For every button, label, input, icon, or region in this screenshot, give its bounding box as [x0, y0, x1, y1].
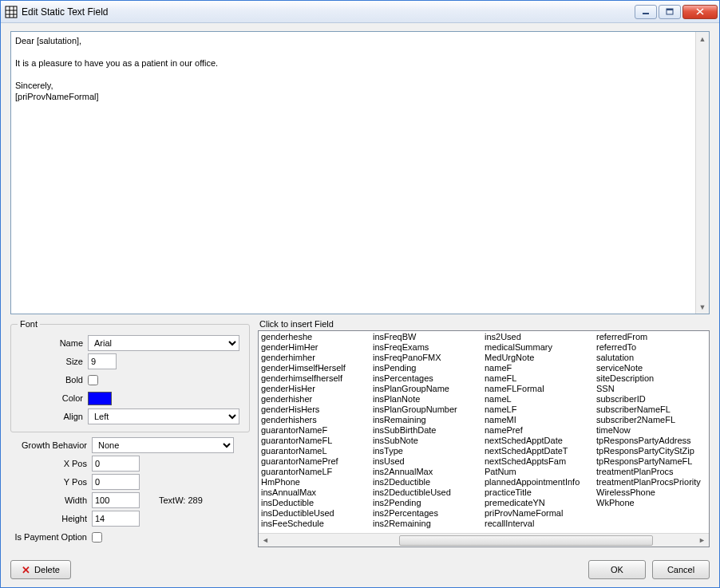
field-item[interactable]: ins2Remaining [372, 519, 484, 529]
field-item[interactable]: nextSchedApptDateT [484, 446, 595, 456]
field-item[interactable]: treatmentPlanProcsPriority [595, 477, 707, 487]
field-item[interactable]: namePref [484, 425, 595, 436]
cancel-button[interactable]: Cancel [652, 560, 710, 579]
field-item[interactable]: nameFLFormal [484, 384, 595, 394]
field-item[interactable]: subscriberNameFL [595, 404, 707, 415]
field-item[interactable]: insType [372, 446, 484, 456]
font-bold-checkbox[interactable] [88, 375, 98, 385]
static-text-input[interactable] [11, 32, 695, 314]
field-item[interactable]: genderHimHer [260, 342, 372, 353]
field-list-scrollbar[interactable]: ◄ ► [259, 533, 709, 547]
field-item[interactable]: genderHimselfHerself [260, 363, 372, 373]
field-item[interactable]: ins2AnnualMax [372, 467, 484, 477]
field-item[interactable]: nextSchedApptsFam [484, 456, 595, 467]
field-item[interactable]: premedicateYN [484, 498, 595, 508]
field-item[interactable]: insFreqPanoFMX [372, 353, 484, 363]
delete-button[interactable]: ✕ Delete [10, 560, 71, 579]
field-item[interactable]: WkPhone [595, 498, 707, 508]
field-item[interactable]: genderHisHer [260, 384, 372, 394]
scroll-right-icon[interactable]: ► [695, 534, 709, 547]
field-item[interactable]: insPercentages [372, 373, 484, 384]
field-item[interactable]: tpResponsPartyNameFL [595, 456, 707, 467]
scroll-down-icon[interactable]: ▼ [696, 300, 709, 314]
field-item[interactable]: nameMI [484, 415, 595, 425]
close-button[interactable] [682, 5, 718, 19]
field-item[interactable]: insUsed [372, 456, 484, 467]
field-item[interactable]: insFreqExams [372, 342, 484, 353]
field-item[interactable]: genderhimher [260, 353, 372, 363]
field-item[interactable]: priProvNameFormal [484, 508, 595, 519]
field-item[interactable]: ins2Used [484, 332, 595, 342]
field-item[interactable]: serviceNote [595, 363, 707, 373]
height-input[interactable] [92, 511, 140, 527]
payment-checkbox[interactable] [92, 532, 102, 543]
field-item[interactable]: nameLF [484, 404, 595, 415]
font-align-select[interactable]: Left [88, 408, 239, 424]
maximize-button[interactable] [659, 5, 681, 19]
ok-button[interactable]: OK [588, 560, 646, 579]
field-item[interactable]: tpResponsPartyCityStZip [595, 446, 707, 456]
field-item[interactable]: insPending [372, 363, 484, 373]
field-item[interactable]: referredTo [595, 342, 707, 353]
field-item[interactable]: insDeductible [260, 498, 372, 508]
field-item[interactable]: insPlanGroupNumber [372, 404, 484, 415]
width-input[interactable] [92, 492, 140, 508]
growth-select[interactable]: None [92, 437, 234, 453]
field-item[interactable]: genderhishers [260, 415, 372, 425]
field-item[interactable]: guarantorNamePref [260, 456, 372, 467]
scroll-up-icon[interactable]: ▲ [696, 32, 709, 45]
field-item[interactable]: timeNow [595, 425, 707, 436]
scroll-track[interactable] [272, 534, 695, 547]
field-item[interactable]: ins2Percentages [372, 508, 484, 519]
field-item[interactable]: insPlanGroupName [372, 384, 484, 394]
field-item[interactable]: insSubNote [372, 436, 484, 446]
field-item[interactable]: ins2DeductibleUsed [372, 487, 484, 498]
field-item[interactable]: siteDescription [595, 373, 707, 384]
field-item[interactable]: practiceTitle [484, 487, 595, 498]
font-color-swatch[interactable] [88, 392, 112, 405]
field-item[interactable]: guarantorNameFL [260, 436, 372, 446]
field-item[interactable]: genderhimselfherself [260, 373, 372, 384]
field-item[interactable]: HmPhone [260, 477, 372, 487]
field-item[interactable]: subscriberID [595, 394, 707, 404]
textarea-scrollbar[interactable]: ▲ ▼ [695, 32, 709, 314]
field-item[interactable]: genderheshe [260, 332, 372, 342]
field-item[interactable]: medicalSummary [484, 342, 595, 353]
field-item[interactable]: PatNum [484, 467, 595, 477]
field-item[interactable]: nextSchedApptDate [484, 436, 595, 446]
field-item[interactable]: guarantorNameF [260, 425, 372, 436]
xpos-input[interactable] [92, 456, 140, 472]
field-item[interactable]: referredFrom [595, 332, 707, 342]
field-item[interactable]: ins2Pending [372, 498, 484, 508]
field-item[interactable]: plannedAppointmentInfo [484, 477, 595, 487]
field-item[interactable]: insRemaining [372, 415, 484, 425]
field-list[interactable]: genderheshegenderHimHergenderhimhergende… [259, 331, 709, 533]
field-item[interactable]: SSN [595, 384, 707, 394]
field-item[interactable]: recallInterval [484, 519, 595, 529]
field-item[interactable]: tpResponsPartyAddress [595, 436, 707, 446]
field-item[interactable]: insPlanNote [372, 394, 484, 404]
minimize-button[interactable] [635, 5, 657, 19]
font-name-select[interactable]: Arial [88, 335, 239, 351]
field-item[interactable]: ins2Deductible [372, 477, 484, 487]
field-item[interactable]: insAnnualMax [260, 487, 372, 498]
field-item[interactable]: guarantorNameL [260, 446, 372, 456]
field-item[interactable]: MedUrgNote [484, 353, 595, 363]
field-item[interactable]: guarantorNameLF [260, 467, 372, 477]
field-item[interactable]: genderHisHers [260, 404, 372, 415]
field-item[interactable]: nameF [484, 363, 595, 373]
field-item[interactable]: nameL [484, 394, 595, 404]
field-item[interactable]: insFreqBW [372, 332, 484, 342]
font-size-input[interactable] [88, 353, 117, 369]
field-item[interactable]: insDeductibleUsed [260, 508, 372, 519]
scroll-thumb[interactable] [399, 535, 653, 546]
field-item[interactable]: insFeeSchedule [260, 519, 372, 529]
field-item[interactable]: insSubBirthDate [372, 425, 484, 436]
field-item[interactable]: genderhisher [260, 394, 372, 404]
ypos-input[interactable] [92, 474, 140, 490]
field-item[interactable]: subscriber2NameFL [595, 415, 707, 425]
field-item[interactable]: salutation [595, 353, 707, 363]
field-item[interactable]: nameFL [484, 373, 595, 384]
scroll-left-icon[interactable]: ◄ [259, 534, 272, 547]
field-item[interactable]: treatmentPlanProcs [595, 467, 707, 477]
